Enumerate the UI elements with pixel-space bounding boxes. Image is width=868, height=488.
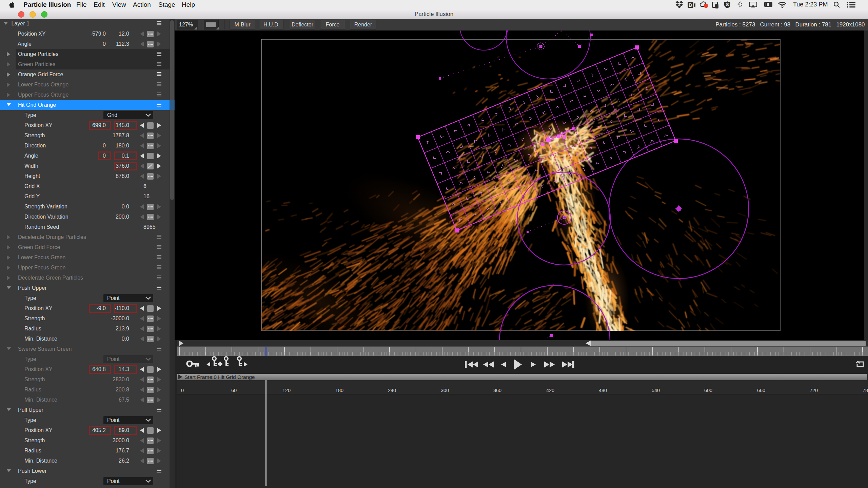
svg-text:S: S [726, 2, 729, 7]
svg-text:B: B [689, 2, 692, 8]
